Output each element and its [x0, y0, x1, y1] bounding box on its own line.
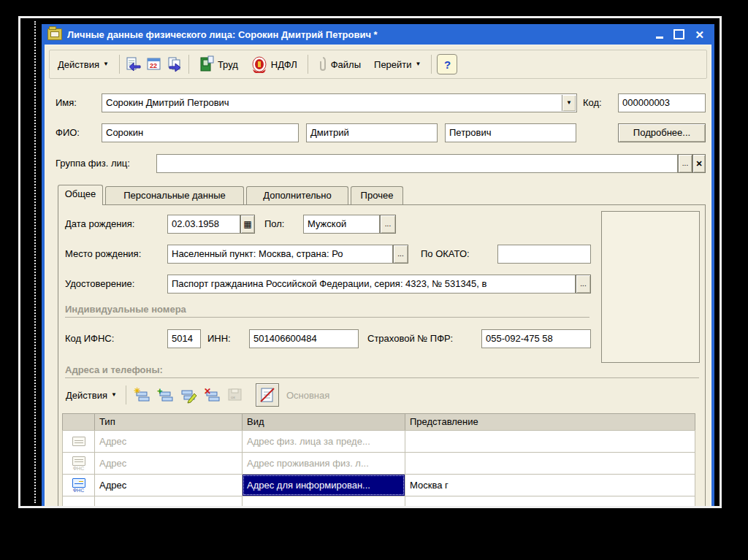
ifns-field[interactable]: 5014	[167, 329, 201, 348]
goto-menu-button[interactable]: Перейти ▼	[369, 53, 426, 75]
pfr-label: Страховой № ПФР:	[367, 333, 453, 344]
reread-button[interactable]	[125, 55, 142, 73]
group-clear-button[interactable]: ✕	[692, 154, 706, 173]
address-actions-menu-button[interactable]: Действия ▼	[62, 384, 121, 406]
birth-place-select-button[interactable]: ...	[393, 245, 408, 264]
app-window: Личные данные физического лица: Сорокин …	[42, 24, 714, 508]
birth-date-field[interactable]: 02.03.1958	[167, 215, 240, 234]
table-header-view[interactable]: Представление	[405, 413, 695, 431]
table-header-type[interactable]: Тип	[94, 413, 243, 431]
film-perforation-strip	[34, 21, 36, 503]
main-toolbar: Действия ▼ 22	[49, 50, 707, 79]
code-label: Код:	[583, 97, 602, 108]
name-combobox[interactable]: Сорокин Дмитрий Петрович ▼	[102, 93, 577, 112]
id-doc-field[interactable]: Паспорт гражданина Российской Федерации,…	[167, 275, 576, 294]
edit-pencil-icon	[180, 386, 197, 404]
table-row-partial	[242, 496, 405, 508]
group-field[interactable]	[156, 154, 678, 173]
calendar-refresh-icon: 22	[146, 56, 162, 72]
ndfl-button[interactable]: НДФЛ	[246, 53, 302, 75]
add-new-row-button[interactable]: ✳	[131, 385, 152, 405]
toolbar-separator	[126, 386, 126, 404]
tab-general[interactable]: Общее	[58, 185, 103, 205]
name-label: Имя:	[56, 97, 77, 108]
recalculate-button[interactable]: 22	[145, 55, 163, 73]
tab-additional[interactable]: Дополнительно	[246, 186, 348, 205]
section-divider	[65, 317, 589, 318]
table-cell-view[interactable]	[405, 452, 695, 475]
help-button[interactable]: ?	[437, 54, 457, 74]
fns-badge: ФНС	[73, 466, 84, 471]
gender-label: Пол:	[264, 218, 285, 229]
numbers-section-header: Индивидуальные номера	[65, 304, 186, 315]
last-name-field[interactable]: Сорокин	[102, 123, 299, 142]
emblem-icon	[251, 55, 267, 73]
address-card-icon	[72, 437, 85, 446]
inn-field[interactable]: 501406600484	[249, 329, 359, 348]
chevron-down-icon: ▼	[111, 392, 117, 398]
table-header-kind[interactable]: Вид	[242, 413, 405, 431]
files-button[interactable]: Файлы	[313, 53, 366, 75]
table-cell-view[interactable]: Москва г	[405, 474, 695, 496]
actions-menu-button[interactable]: Действия ▼	[53, 53, 114, 75]
copy-row-button[interactable]: +	[155, 385, 175, 405]
window-titlebar[interactable]: Личные данные физического лица: Сорокин …	[45, 24, 711, 45]
table-row-icon[interactable]: ФНС	[62, 474, 95, 496]
slide-frame: Личные данные физического лица: Сорокин …	[18, 16, 722, 508]
add-new-icon: ✳	[133, 386, 150, 404]
gender-select-button[interactable]: ...	[380, 215, 396, 234]
okato-field[interactable]	[497, 245, 591, 264]
birth-date-label: Дата рождения:	[65, 218, 134, 229]
table-cell-kind[interactable]: Адрес проживания физ. л...	[242, 452, 405, 475]
disk-ok-icon: ок	[226, 386, 244, 404]
toolbar-separator	[119, 55, 120, 74]
photo-placeholder	[601, 211, 700, 363]
middle-name-field[interactable]: Петрович	[445, 123, 576, 142]
close-icon[interactable]: ✕	[695, 29, 704, 40]
table-cell-kind-selected[interactable]: Адрес для информирован...	[242, 474, 405, 496]
section-divider	[65, 377, 699, 378]
delete-row-button[interactable]: ✕	[202, 385, 222, 405]
address-card-icon	[72, 478, 85, 488]
table-cell-view[interactable]	[405, 430, 695, 453]
tab-other[interactable]: Прочее	[351, 186, 403, 205]
maximize-icon[interactable]	[673, 29, 684, 39]
calendar-picker-icon[interactable]: ▦	[240, 215, 255, 234]
toolbar-separator	[188, 55, 189, 74]
tab-personal-data[interactable]: Персональные данные	[105, 186, 244, 205]
show-main-only-toggle[interactable]	[256, 383, 279, 407]
table-cell-type[interactable]: Адрес	[94, 474, 243, 496]
toolbar-separator	[308, 55, 308, 74]
table-row-icon[interactable]: ФНС	[62, 452, 95, 475]
code-field[interactable]: 000000003	[618, 93, 706, 112]
svg-text:+: +	[157, 386, 163, 396]
save-row-button: ок	[225, 385, 245, 405]
chevron-down-icon: ▼	[416, 61, 421, 67]
table-row-partial	[94, 496, 243, 508]
table-cell-type[interactable]: Адрес	[94, 452, 243, 475]
table-cell-type[interactable]: Адрес	[94, 430, 243, 453]
minimize-icon[interactable]	[656, 37, 663, 39]
table-row-icon[interactable]	[62, 430, 95, 453]
pfr-field[interactable]: 055-092-475 58	[481, 329, 591, 348]
details-button[interactable]: Подробнее...	[618, 123, 706, 142]
chevron-down-icon: ▼	[103, 61, 109, 67]
labor-button[interactable]: Труд	[194, 53, 243, 75]
document-slash-icon	[259, 387, 275, 403]
svg-text:✳: ✳	[134, 386, 141, 395]
copy-document-button[interactable]	[166, 55, 183, 73]
id-doc-select-button[interactable]: ...	[576, 275, 591, 294]
addresses-section-header: Адреса и телефоны:	[65, 364, 163, 375]
gender-field[interactable]: Мужской	[303, 215, 380, 234]
birth-place-field[interactable]: Населенный пункт: Москва, страна: Ро	[167, 245, 393, 264]
birth-place-label: Место рождения:	[65, 248, 141, 259]
table-header-icon-col[interactable]	[62, 413, 95, 431]
table-row-partial	[405, 496, 695, 508]
window-title: Личные данные физического лица: Сорокин …	[67, 29, 651, 40]
edit-row-button[interactable]	[178, 385, 199, 405]
chevron-down-icon[interactable]: ▼	[562, 95, 576, 111]
table-cell-kind[interactable]: Адрес физ. лица за преде...	[242, 430, 405, 453]
first-name-field[interactable]: Дмитрий	[306, 123, 438, 142]
add-copy-icon: +	[156, 386, 174, 404]
group-select-button[interactable]: ...	[678, 154, 692, 173]
